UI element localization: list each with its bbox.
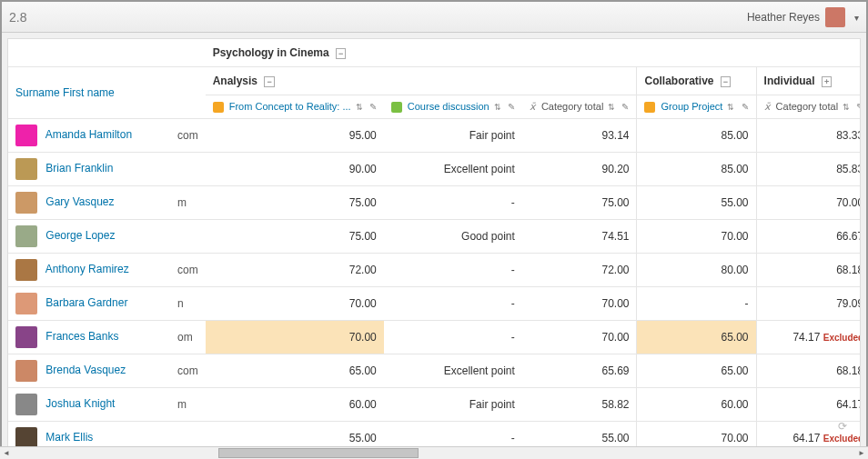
grade-cell[interactable]: Excellent point — [384, 354, 522, 388]
horizontal-scrollbar[interactable]: ◄ ► — [0, 446, 868, 459]
student-name-link[interactable]: Anthony Ramirez — [45, 263, 129, 275]
grade-cell[interactable]: 75.00 — [522, 186, 637, 220]
sort-surname-link[interactable]: Surname — [15, 86, 60, 99]
col-group-project-link[interactable]: Group Project — [661, 101, 723, 112]
grade-cell[interactable]: Fair point — [384, 119, 522, 153]
student-name-cell: Frances Banks — [8, 321, 170, 354]
scroll-thumb[interactable] — [218, 448, 419, 458]
student-name-cell: Gary Vasquez — [8, 186, 170, 220]
grade-cell[interactable]: 72.00 — [206, 254, 384, 287]
col-cat-total-c: Category total ⇅ ✎ — [756, 95, 861, 119]
group-individual: Individual + — [756, 67, 861, 95]
sort-icon[interactable]: ⇅ — [494, 103, 501, 112]
grade-cell[interactable]: 93.14 — [522, 119, 637, 153]
grade-cell[interactable]: 75.00 — [206, 220, 384, 254]
scroll-right-icon[interactable]: ► — [855, 447, 868, 459]
student-name-link[interactable]: Joshua Knight — [45, 397, 115, 410]
edit-icon[interactable]: ✎ — [742, 102, 749, 112]
grade-cell[interactable]: 70.00 — [522, 321, 637, 354]
grade-cell[interactable]: 79.09 — [756, 287, 861, 321]
grade-cell[interactable]: 65.00 — [637, 321, 756, 354]
sort-icon[interactable]: ⇅ — [843, 103, 850, 112]
student-name-cell: George Lopez — [8, 220, 170, 254]
grade-cell[interactable]: 68.18 — [756, 254, 861, 287]
table-row: Frances Banks om 70.00 - 70.00 65.00 74.… — [8, 321, 861, 354]
edit-icon[interactable]: ✎ — [621, 102, 629, 112]
student-email-cell — [170, 220, 206, 254]
student-name-link[interactable]: Amanda Hamilton — [45, 128, 132, 141]
student-avatar-icon — [15, 225, 37, 247]
grade-cell[interactable]: 83.33 — [756, 119, 861, 153]
sort-icon[interactable]: ⇅ — [727, 103, 734, 112]
table-row: Brenda Vasquez com 65.00 Excellent point… — [8, 354, 861, 388]
grade-cell[interactable]: 90.00 — [206, 153, 384, 186]
student-avatar-icon — [15, 293, 37, 314]
grade-cell[interactable]: - — [384, 254, 522, 287]
grade-cell[interactable]: 72.00 — [522, 254, 637, 287]
grade-cell[interactable]: 90.20 — [522, 153, 637, 186]
collapse-icon[interactable]: − — [721, 76, 731, 87]
grade-cell[interactable]: 70.00 — [637, 220, 756, 254]
grade-cell[interactable]: 70.00 — [756, 186, 861, 220]
student-name-link[interactable]: Frances Banks — [45, 330, 118, 343]
grade-cell[interactable]: 85.00 — [637, 153, 756, 186]
scroll-left-icon[interactable]: ◄ — [0, 447, 13, 459]
calc-icon — [764, 101, 773, 112]
grade-cell[interactable]: Excellent point — [384, 153, 522, 186]
grade-cell[interactable]: Fair point — [384, 388, 522, 422]
grade-cell[interactable]: 60.00 — [206, 388, 384, 422]
student-email-cell: com — [170, 119, 206, 153]
sort-icon[interactable]: ⇅ — [608, 103, 615, 112]
grade-cell[interactable]: 64.17 — [756, 388, 861, 422]
topbar: 2.8 Heather Reyes — [2, 2, 866, 33]
grade-cell[interactable]: 58.82 — [522, 388, 637, 422]
grade-cell[interactable]: 85.83 — [756, 153, 861, 186]
refresh-icon[interactable]: ⟳ — [838, 420, 853, 434]
edit-icon[interactable]: ✎ — [508, 102, 515, 112]
sort-firstname-link[interactable]: First name — [63, 86, 115, 99]
grade-cell[interactable]: 74.17 Excluded — [756, 321, 861, 354]
grade-cell[interactable]: Good point — [384, 220, 522, 254]
grade-cell[interactable]: 75.00 — [206, 186, 384, 220]
grade-cell[interactable]: 70.00 — [522, 287, 637, 321]
grade-cell[interactable]: 68.18 — [756, 354, 861, 388]
edit-icon[interactable]: ✎ — [369, 102, 377, 112]
collapse-icon[interactable]: − — [264, 76, 274, 87]
grade-cell[interactable]: 70.00 — [206, 287, 384, 321]
grade-cell[interactable]: 55.00 — [637, 186, 756, 220]
grade-cell[interactable]: - — [384, 186, 522, 220]
grade-cell[interactable]: 60.00 — [637, 388, 756, 422]
grade-cell[interactable]: - — [637, 287, 756, 321]
col-discussion-link[interactable]: Course discussion — [408, 101, 490, 112]
col-concept-link[interactable]: From Concept to Reality: ... — [229, 101, 351, 112]
version-label: 2.8 — [9, 10, 26, 25]
grade-cell[interactable]: 85.00 — [637, 119, 756, 153]
edit-icon[interactable]: ✎ — [856, 102, 861, 112]
sort-icon[interactable]: ⇅ — [356, 103, 363, 112]
grade-cell[interactable]: 95.00 — [206, 119, 384, 153]
grade-cell[interactable]: 65.00 — [206, 354, 384, 388]
grade-cell[interactable]: - — [384, 321, 522, 354]
grade-cell[interactable]: 66.67 — [756, 220, 861, 254]
grade-cell[interactable]: 70.00 — [206, 321, 384, 354]
student-name-link[interactable]: George Lopez — [45, 229, 115, 242]
grade-cell[interactable]: - — [384, 287, 522, 321]
collapse-icon[interactable]: − — [336, 48, 346, 59]
student-name-link[interactable]: Mark Ellis — [45, 431, 93, 444]
student-name-link[interactable]: Brian Franklin — [45, 162, 113, 175]
collapse-icon[interactable]: + — [822, 76, 832, 87]
grade-cell[interactable]: 74.51 — [522, 220, 637, 254]
email-column-header — [170, 67, 206, 119]
student-email-cell: n — [170, 287, 206, 321]
student-email-cell — [170, 153, 206, 186]
grade-cell[interactable]: 80.00 — [637, 254, 756, 287]
grade-table: Psychology in Cinema − Surname First nam… — [8, 39, 861, 454]
student-name-cell: Anthony Ramirez — [8, 254, 170, 287]
user-menu[interactable]: Heather Reyes — [747, 7, 859, 27]
student-avatar-icon — [15, 259, 37, 281]
student-name-link[interactable]: Brenda Vasquez — [45, 364, 126, 376]
student-name-link[interactable]: Gary Vasquez — [45, 195, 114, 208]
grade-cell[interactable]: 65.69 — [522, 354, 637, 388]
student-name-link[interactable]: Barbara Gardner — [45, 296, 127, 309]
grade-cell[interactable]: 65.00 — [637, 354, 756, 388]
